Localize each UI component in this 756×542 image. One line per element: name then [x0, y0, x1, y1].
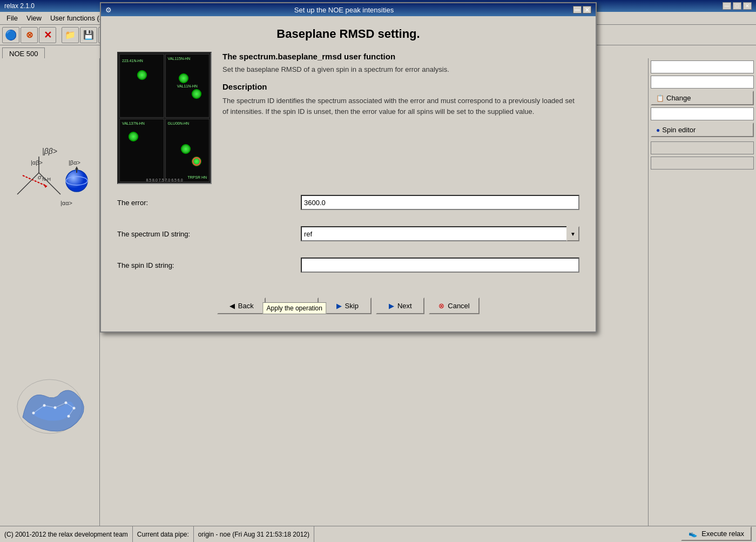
spin-id-field-row: The spin ID string:: [117, 258, 579, 273]
skip-label: Skip: [345, 302, 359, 310]
skip-button[interactable]: ▶ Skip: [323, 297, 372, 314]
x-axis-label: 8.5 8.0 7.5 7.0 6.5 6.0: [146, 178, 183, 182]
peak-label-2: VAL115N-HN: [168, 57, 191, 60]
dialog-title-bar: ⚙ Set up the NOE peak intensities — ✕: [101, 3, 596, 16]
peak-6: [192, 157, 201, 166]
peak-label-4: VAL137N-HN: [122, 121, 145, 125]
spectrum-id-dropdown-btn[interactable]: ▼: [566, 226, 579, 241]
peak-label-6: TRPSR HN: [187, 175, 207, 179]
dialog-text-section: The spectrum.baseplane_rmsd user functio…: [222, 52, 579, 184]
cancel-button[interactable]: ⊗ Cancel: [429, 297, 479, 314]
apply-button[interactable]: ✔ Apply Apply the operation: [270, 297, 319, 314]
dialog-title-buttons: — ✕: [573, 6, 591, 13]
peak-4: [129, 132, 138, 141]
dialog-body: Baseplane RMSD setting. 223.41N-HN: [101, 16, 596, 331]
skip-icon: ▶: [336, 302, 342, 310]
error-field-row: The error:: [117, 195, 579, 210]
peak-label-1: 223.41N-HN: [122, 59, 143, 63]
dialog-icon: ⚙: [105, 6, 112, 14]
spin-id-input[interactable]: [301, 258, 579, 273]
peak-1: [137, 70, 147, 80]
spectrum-id-field-row: The spectrum ID string: ref ▼: [117, 226, 579, 241]
next-icon: ▶: [389, 302, 394, 310]
back-button[interactable]: ◀ Back: [217, 297, 266, 314]
desc-title: Description: [222, 82, 579, 91]
next-label: Next: [397, 302, 412, 310]
next-button[interactable]: ▶ Next: [376, 297, 424, 314]
desc-text: The spectrum ID identifies the spectrum …: [222, 96, 579, 117]
dialog-close-btn[interactable]: ✕: [583, 6, 591, 13]
spectrum-id-label: The spectrum ID string:: [117, 230, 301, 238]
dialog-overlay: ⚙ Set up the NOE peak intensities — ✕ Ba…: [0, 0, 756, 542]
back-label: Back: [238, 302, 254, 310]
spectrum-q1: 223.41N-HN: [119, 54, 164, 118]
cancel-icon: ⊗: [438, 302, 444, 310]
peak-label-5: GLU00N-HN: [168, 121, 190, 125]
spectrum-q3: VAL137N-HN: [119, 119, 164, 182]
peak-2: [179, 73, 188, 83]
error-label: The error:: [117, 199, 301, 207]
dialog: ⚙ Set up the NOE peak intensities — ✕ Ba…: [100, 2, 597, 333]
error-input[interactable]: [301, 195, 579, 210]
spectrum-q2: VAL115N-HN VAL11N-HN: [165, 54, 210, 118]
function-title: The spectrum.baseplane_rmsd user functio…: [222, 52, 579, 61]
peak-label-3: VAL11N-HN: [177, 84, 198, 87]
spectrum-id-wrapper: ref ▼: [301, 226, 579, 241]
cancel-label: Cancel: [448, 302, 469, 310]
peak-5: [181, 144, 191, 154]
function-desc: Set the baseplane RMSD of a given spin i…: [222, 65, 579, 73]
spectrum-q4: GLU00N-HN TRPSR HN: [165, 119, 210, 182]
dialog-header-title: Baseplane RMSD setting.: [117, 27, 579, 41]
dialog-minimize-btn[interactable]: —: [573, 6, 582, 13]
nmr-spectrum-image: 223.41N-HN VAL115N-HN VAL11N-HN VAL137N-…: [117, 52, 212, 184]
spin-id-label: The spin ID string:: [117, 261, 301, 269]
dialog-buttons: ◀ Back ✔ Apply Apply the operation ▶ Ski…: [117, 289, 579, 321]
dialog-top-section: 223.41N-HN VAL115N-HN VAL11N-HN VAL137N-…: [117, 52, 579, 184]
spectrum-id-select[interactable]: ref: [301, 226, 579, 241]
dialog-title: Set up the NOE peak intensities: [294, 6, 394, 14]
back-icon: ◀: [230, 302, 235, 310]
apply-tooltip: Apply the operation: [263, 302, 326, 314]
peak-3: [192, 89, 201, 99]
